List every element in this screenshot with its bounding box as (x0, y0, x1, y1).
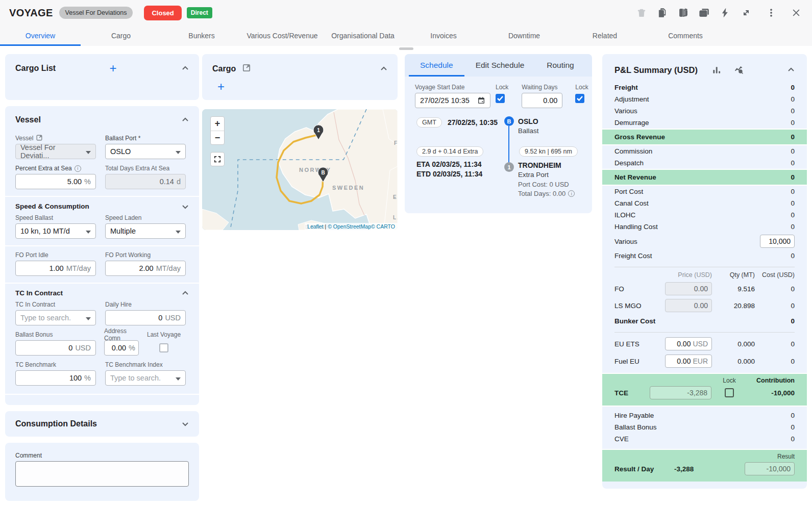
tab-invoices[interactable]: Invoices (403, 26, 484, 46)
voyage-start-lock-checkbox[interactable] (496, 94, 505, 103)
chevron-down-icon (86, 314, 91, 322)
cargo-list-collapse-icon[interactable] (182, 65, 189, 72)
waiting-days-input[interactable]: 0.00 (522, 93, 562, 108)
fuel-eu-qty: 0.000 (712, 358, 755, 365)
analytics-search-icon[interactable] (732, 63, 746, 77)
address-comn-input[interactable]: 0.00% (104, 340, 139, 356)
zoom-in-button[interactable]: + (211, 117, 224, 131)
voyage-map[interactable]: NORWAY SWEDEN DENM F ES LA 1 B + − (202, 109, 398, 230)
pl-collapse-icon[interactable] (788, 66, 795, 73)
fuel-eu-price-input[interactable]: 0.00EUR (665, 355, 712, 368)
tab-overview[interactable]: Overview (0, 26, 81, 46)
cargo-list-title: Cargo List (15, 64, 56, 73)
pdf-export-icon[interactable]: PDF (698, 6, 711, 19)
pl-row-label: Canal Cost (614, 199, 649, 207)
tc-in-contract-select[interactable]: Type to search. (15, 310, 96, 325)
fo-port-working-input[interactable]: 2.00MT/day (105, 261, 186, 276)
tab-comments[interactable]: Comments (645, 26, 726, 46)
tab-cargo[interactable]: Cargo (81, 26, 161, 46)
osm-link[interactable]: © OpenStreetMap (328, 223, 371, 230)
voyage-start-lock-label: Lock (496, 84, 508, 91)
close-icon[interactable] (790, 6, 803, 19)
tc-benchmark-input[interactable]: 100% (15, 370, 96, 386)
total-days-extra-label: Total Days Extra At Sea (105, 165, 186, 172)
compare-icon[interactable] (677, 6, 690, 19)
cargo-panel: Cargo + (202, 54, 398, 100)
freight-cost-label: Freight Cost (614, 252, 652, 260)
percent-extra-input[interactable]: 5.00% (15, 174, 96, 189)
zoom-out-button[interactable]: − (211, 131, 224, 144)
vessel-collapse-icon[interactable] (182, 116, 189, 123)
vessel-panel: Vessel Vessel Vessel For Deviati... Ball… (5, 106, 199, 405)
info-icon[interactable]: i (75, 165, 81, 172)
info-icon[interactable]: i (568, 190, 575, 197)
add-cargo-list-button[interactable]: + (110, 63, 117, 73)
pl-row-value: 0 (791, 95, 795, 103)
calendar-icon[interactable] (477, 96, 485, 105)
tc-benchmark-index-select[interactable]: Type to search. (105, 370, 186, 386)
tab-organisational-data[interactable]: Organisational Data (323, 26, 403, 46)
pl-row-label: Various (614, 107, 637, 115)
add-cargo-button[interactable]: + (217, 80, 225, 93)
eu-ets-price-input[interactable]: 0.00USD (665, 337, 712, 350)
fullscreen-button[interactable] (210, 152, 225, 166)
speed-laden-select[interactable]: Multiple (105, 223, 186, 239)
map-label-estonia: ES (393, 194, 398, 200)
speed-ballast-select[interactable]: 10 kn, 10 MT/d (15, 223, 96, 239)
port-marker-extra: 1 (504, 162, 514, 172)
expand-icon[interactable] (740, 6, 753, 19)
tab-routing[interactable]: Routing (535, 54, 585, 77)
waiting-days-lock-checkbox[interactable] (575, 94, 584, 103)
freight-cost-value: 0 (791, 252, 795, 260)
pl-row-value: 0 (791, 223, 795, 231)
cargo-external-link-icon[interactable] (242, 63, 251, 74)
daily-hire-input[interactable]: 0USD (105, 310, 186, 325)
carto-link[interactable]: © CARTO (371, 223, 395, 230)
tce-lock-checkbox[interactable] (725, 388, 734, 397)
topbar: VOYAGE Vessel For Deviations Closed Dire… (0, 0, 812, 26)
splitter-handle[interactable] (399, 47, 413, 50)
eu-ets-cost: 0 (755, 340, 795, 348)
last-voyage-label: Last Voyage (147, 331, 185, 338)
last-voyage-checkbox[interactable] (159, 343, 168, 352)
cve-value: 0 (791, 435, 795, 443)
start-datetime: 27/02/25, 10:35 (443, 118, 498, 127)
tab-bunkers[interactable]: Bunkers (161, 26, 242, 46)
fo-port-idle-input[interactable]: 1.00MT/day (15, 261, 96, 276)
tab-downtime[interactable]: Downtime (484, 26, 564, 46)
pl-row-label: Handling Cost (614, 223, 658, 231)
tab-schedule[interactable]: Schedule (409, 54, 464, 77)
cargo-collapse-icon[interactable] (380, 65, 387, 72)
leg-eta: ETA 02/03/25, 11:34 (416, 160, 482, 168)
fo-cost: 0 (755, 285, 795, 293)
net-revenue-row: Net Revenue0 (602, 169, 807, 186)
map-label-sweden: SWEDEN (332, 185, 364, 191)
bar-chart-icon[interactable] (710, 63, 723, 77)
tab-various-cost-revenue[interactable]: Various Cost/Revenue (242, 26, 323, 46)
copy-icon[interactable] (656, 6, 669, 19)
ballast-bonus-input[interactable]: 0USD (15, 340, 96, 356)
ballast-port-select[interactable]: OSLO (105, 144, 186, 159)
pl-row-label: Freight (614, 84, 638, 91)
port-total-days: Total Days: 0.00i (518, 190, 575, 197)
various-cost-input[interactable]: 10,000 (760, 235, 795, 248)
speed-consumption-collapse-icon[interactable] (182, 203, 189, 210)
timezone-chip[interactable]: GMT (416, 117, 442, 128)
consumption-details-collapse-icon[interactable] (182, 420, 189, 427)
tc-in-contract-collapse-icon[interactable] (182, 290, 189, 297)
tce-row: Lock Contribution TCE -3,288 -10,000 (602, 373, 807, 407)
more-menu-icon[interactable] (765, 6, 778, 19)
leaflet-link[interactable]: Leaflet (307, 223, 324, 230)
comment-textarea[interactable] (15, 461, 189, 487)
vessel-select: Vessel For Deviati... (15, 144, 96, 159)
bolt-icon[interactable] (719, 6, 732, 19)
svg-text:B: B (321, 170, 325, 175)
tab-edit-schedule[interactable]: Edit Schedule (464, 54, 536, 77)
hire-payable-label: Hire Payable (614, 412, 654, 419)
tab-related[interactable]: Related (564, 26, 645, 46)
contribution-label: Contribution (747, 377, 795, 384)
external-link-icon[interactable] (36, 134, 43, 143)
bunker-cost-value: 0 (791, 317, 795, 325)
pl-row-value: 0 (791, 147, 795, 155)
voyage-start-date-input[interactable]: 27/02/25 10:35 (415, 93, 490, 108)
